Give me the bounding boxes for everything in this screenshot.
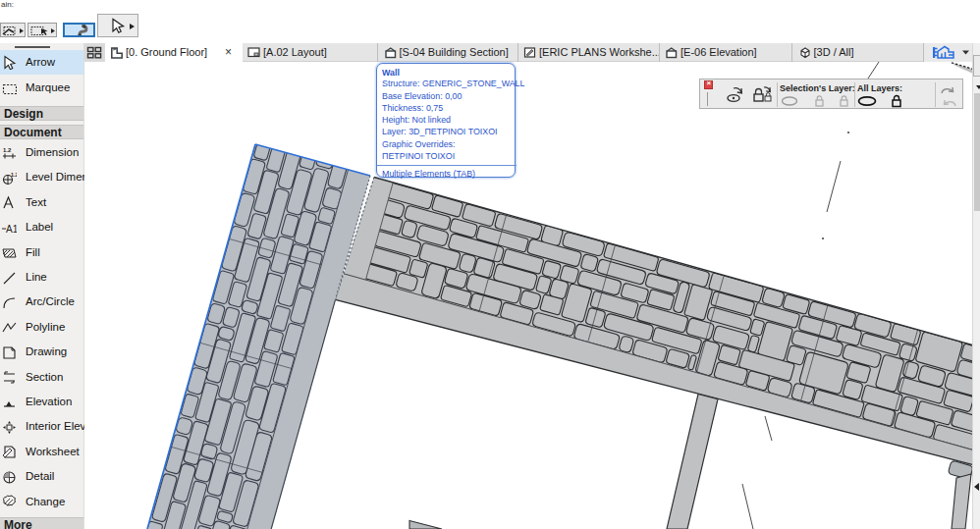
svg-text:A1: A1	[6, 224, 17, 235]
svg-text:1.2: 1.2	[3, 147, 12, 153]
svg-text:1.2: 1.2	[11, 171, 17, 177]
